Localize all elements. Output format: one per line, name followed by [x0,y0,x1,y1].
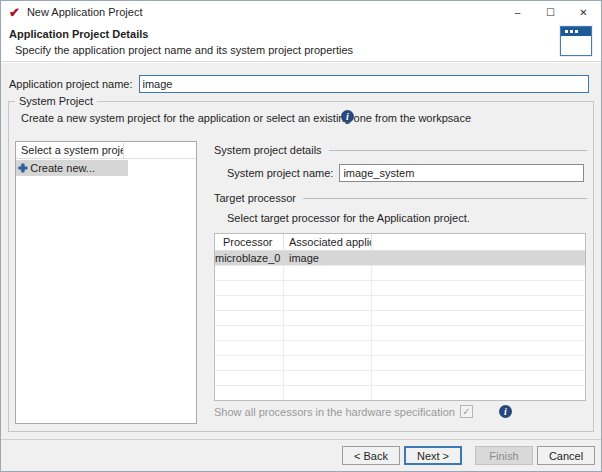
table-row-empty[interactable] [215,356,585,371]
table-row-empty[interactable] [215,386,585,401]
list-item-label: Create new... [30,162,95,174]
table-cell: microblaze_0 [215,251,284,265]
show-all-processors-label: Show all processors in the hardware spec… [214,406,455,418]
table-row-empty[interactable] [215,371,585,386]
table-cell [284,326,372,340]
table-cell [372,371,585,385]
info-icon[interactable]: i [341,110,354,123]
show-all-processors-checkbox[interactable]: ✓ [460,405,473,418]
application-name-row: Application project name: [9,75,589,93]
page-subtitle: Specify the application project name and… [15,44,353,56]
table-cell [215,341,284,355]
group-label: System Project [15,95,97,107]
table-cell [215,266,284,280]
table-cell [372,281,585,295]
table-cell [215,296,284,310]
table-cell [215,311,284,325]
table-row-empty[interactable] [215,296,585,311]
section-title: System project details [214,144,322,156]
back-button[interactable]: < Back [342,446,400,465]
table-cell [215,386,284,400]
section-title: Target processor [214,192,296,204]
show-all-processors-row: Show all processors in the hardware spec… [214,405,512,418]
table-cell [215,356,284,370]
list-header-label[interactable]: Select a system project [16,142,124,158]
table-row[interactable]: microblaze_0image [215,251,585,266]
system-project-group: System Project Create a new system proje… [8,101,594,432]
table-row-empty[interactable] [215,341,585,356]
minimize-icon[interactable]: – [501,2,534,22]
processor-table-head: ProcessorAssociated applications [215,234,585,251]
target-processor-instruction: Select target processor for the Applicat… [227,212,470,224]
table-cell [284,341,372,355]
next-button[interactable]: Next > [404,446,462,465]
system-project-details-header: System project details [214,144,587,156]
table-cell [372,386,585,400]
table-cell [372,311,585,325]
system-project-name-row: System project name: [227,164,584,182]
new-application-project-dialog: { "window": { "title": "New Application … [0,0,602,472]
button-bar: < Back Next > Finish Cancel [1,439,601,471]
list-item-create-new[interactable]: ✚ Create new... [16,160,128,176]
table-cell [372,266,585,280]
table-cell [284,371,372,385]
table-row-empty[interactable] [215,311,585,326]
processor-table[interactable]: ProcessorAssociated applications microbl… [214,233,586,401]
table-cell [372,341,585,355]
system-project-list[interactable]: Select a system project ✚ Create new... [15,141,197,424]
page-title: Application Project Details [9,28,148,40]
table-cell [215,326,284,340]
window-title: New Application Project [27,6,143,18]
table-cell: image [284,251,372,265]
table-cell [284,356,372,370]
table-cell [215,281,284,295]
dialog-body: Application project name: System Project… [1,63,601,439]
system-project-name-input[interactable] [339,164,584,182]
processor-table-body: microblaze_0image [215,251,585,401]
info-icon[interactable]: i [499,405,512,418]
table-cell [284,296,372,310]
finish-button[interactable]: Finish [475,446,533,465]
table-cell [284,266,372,280]
target-processor-header: Target processor [214,192,587,204]
cancel-button[interactable]: Cancel [537,446,595,465]
column-header[interactable]: Processor [215,234,284,250]
table-row-empty[interactable] [215,281,585,296]
table-cell [215,371,284,385]
table-cell [372,296,585,310]
table-cell [284,386,372,400]
system-project-name-label: System project name: [227,167,333,179]
window-controls: – ☐ ✕ [501,2,600,22]
title-bar: ✔ New Application Project – ☐ ✕ [1,1,601,23]
table-row-empty[interactable] [215,266,585,281]
table-cell [372,251,585,265]
xilinx-logo-icon: ✔ [9,6,20,19]
group-description: Create a new system project for the appl… [21,112,471,124]
application-name-input[interactable] [139,75,589,93]
column-header[interactable] [372,234,585,250]
maximize-icon[interactable]: ☐ [534,2,567,22]
wizard-banner: Application Project Details Specify the … [1,23,601,62]
table-cell [284,311,372,325]
application-name-label: Application project name: [9,78,133,90]
new-project-wizard-icon [560,26,592,56]
table-cell [372,356,585,370]
table-cell [284,281,372,295]
add-icon: ✚ [18,162,27,175]
column-header[interactable]: Associated applications [284,234,372,250]
table-row-empty[interactable] [215,326,585,341]
system-project-list-header: Select a system project [16,142,196,159]
close-icon[interactable]: ✕ [567,2,600,22]
table-cell [372,326,585,340]
